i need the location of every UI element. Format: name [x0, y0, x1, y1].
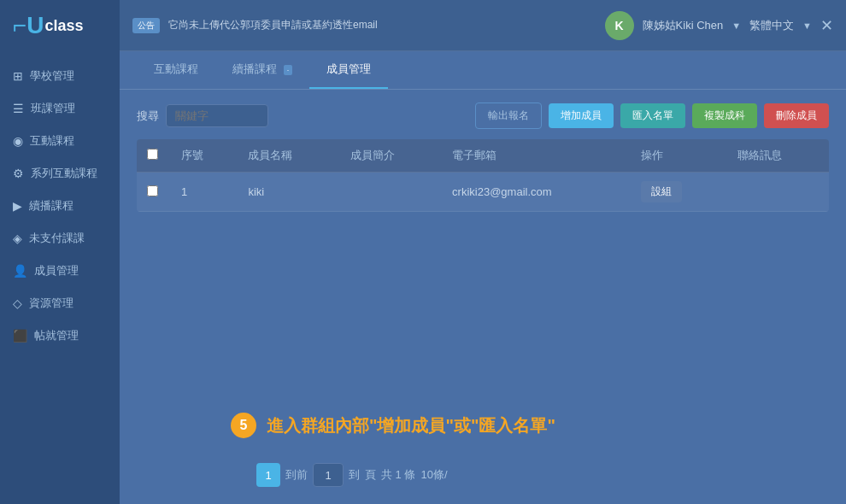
series-icon: ⚙ [13, 167, 24, 180]
sidebar-label-course: 班課管理 [31, 101, 75, 116]
row-intro [340, 173, 442, 212]
member-icon: 👤 [13, 264, 27, 278]
select-all-checkbox[interactable] [147, 149, 158, 160]
page-per-page: 10條/ [420, 467, 447, 483]
chevron-down-icon: ▼ [731, 21, 741, 31]
topbar-right: K 陳姊姑Kiki Chen ▼ 繁體中文 ▼ ✕ [605, 11, 833, 40]
certificate-icon: ⬛ [13, 329, 27, 343]
unpaid-icon: ◈ [13, 231, 22, 245]
search-input[interactable] [166, 104, 268, 127]
topbar-notification: 它尚未上傳代公郭項委員申請或基約透性email [168, 18, 596, 32]
main-content: 公告 它尚未上傳代公郭項委員申請或基約透性email K 陳姊姑Kiki Che… [120, 0, 846, 504]
col-intro: 成員簡介 [340, 139, 442, 173]
sidebar-item-school-mgmt[interactable]: ⊞ 學校管理 [0, 60, 120, 92]
tab-continue[interactable]: 續播課程 · [215, 51, 309, 89]
annotation-text: 進入群組內部"增加成員"或"匯入名單" [267, 414, 555, 437]
sidebar-item-course-mgmt[interactable]: ☰ 班課管理 [0, 92, 120, 125]
sidebar-label-unpaid: 未支付課課 [29, 231, 85, 246]
sidebar-item-unpaid[interactable]: ◈ 未支付課課 [0, 222, 120, 255]
row-email: crkiki23@gmail.com [442, 173, 631, 212]
member-table: 序號 成員名稱 成員簡介 電子郵箱 操作 聯絡訊息 1 kiki [137, 139, 829, 212]
sidebar-label-series: 系列互動課程 [31, 166, 97, 181]
delete-button[interactable]: 刪除成員 [764, 103, 829, 128]
page-go-label: 頁 [365, 467, 376, 483]
logo-class: class [45, 17, 84, 35]
content-area: 搜尋 輸出報名 增加成員 匯入名單 複製成科 刪除成員 序號 成員名稱 [120, 90, 846, 225]
logo-bracket: ⌐U [13, 14, 44, 38]
school-icon: ⊞ [13, 69, 23, 83]
sidebar-label-continue: 續播課程 [29, 198, 73, 214]
sidebar-item-interactive[interactable]: ◉ 互動課程 [0, 125, 120, 157]
table-row: 1 kiki crkiki23@gmail.com 設組 [137, 173, 829, 212]
col-name: 成員名稱 [238, 139, 339, 173]
col-action: 操作 [631, 139, 727, 173]
row-check[interactable] [137, 173, 171, 212]
sidebar-item-resource[interactable]: ◇ 資源管理 [0, 287, 120, 319]
col-contact: 聯絡訊息 [727, 139, 829, 173]
col-check [137, 139, 171, 173]
sidebar-label-member: 成員管理 [34, 263, 79, 278]
sidebar: ⌐U class ⊞ 學校管理 ☰ 班課管理 ◉ 互動課程 ⚙ 系列互動課程 ▶… [0, 0, 120, 504]
sidebar-label-school: 學校管理 [30, 68, 74, 84]
row-action-button[interactable]: 設組 [641, 181, 682, 202]
copy-button[interactable]: 複製成科 [692, 103, 757, 128]
add-member-button[interactable]: 增加成員 [549, 103, 614, 128]
page-next-label[interactable]: 到 [349, 467, 360, 483]
sidebar-label-certificate: 帖就管理 [34, 328, 79, 343]
logo: ⌐U class [0, 0, 120, 51]
topbar: 公告 它尚未上傳代公郭項委員申請或基約透性email K 陳姊姑Kiki Che… [120, 0, 846, 51]
sidebar-item-continue[interactable]: ▶ 續播課程 [0, 190, 120, 222]
sidebar-item-certificate[interactable]: ⬛ 帖就管理 [0, 319, 120, 352]
page-1-button[interactable]: 1 [256, 463, 280, 487]
resource-icon: ◇ [13, 296, 22, 310]
course-icon: ☰ [13, 102, 24, 115]
close-button[interactable]: ✕ [820, 16, 833, 35]
step-circle: 5 [231, 413, 256, 438]
col-email: 電子郵箱 [442, 139, 631, 173]
sidebar-label-interactive: 互動課程 [30, 133, 74, 149]
interactive-icon: ◉ [13, 134, 23, 148]
search-box: 搜尋 [137, 104, 268, 127]
page-input[interactable] [313, 463, 344, 487]
row-action: 設組 [631, 173, 727, 212]
sidebar-label-resource: 資源管理 [29, 296, 73, 311]
tab-interactive[interactable]: 互動課程 [137, 51, 215, 89]
annotation: 5 進入群組內部"增加成員"或"匯入名單" [231, 413, 555, 438]
avatar: K [605, 11, 634, 40]
page-total: 共 1 條 [381, 467, 415, 483]
topbar-badge: 公告 [132, 18, 160, 33]
search-label: 搜尋 [137, 108, 159, 124]
import-button[interactable]: 匯入名單 [620, 103, 685, 128]
lang-selector[interactable]: 繁體中文 [749, 18, 794, 33]
sidebar-item-series[interactable]: ⚙ 系列互動課程 [0, 157, 120, 190]
col-num: 序號 [171, 139, 238, 173]
toolbar: 搜尋 輸出報名 增加成員 匯入名單 複製成科 刪除成員 [137, 103, 829, 129]
pagination: 1 到前 到 頁 共 1 條 10條/ [256, 463, 448, 487]
user-name: 陳姊姑Kiki Chen [643, 18, 724, 33]
lang-chevron-icon: ▼ [802, 21, 812, 31]
continue-icon: ▶ [13, 199, 22, 213]
tabs: 互動課程 續播課程 · 成員管理 [120, 51, 846, 90]
row-checkbox[interactable] [147, 185, 158, 196]
export-button[interactable]: 輸出報名 [475, 103, 542, 129]
sidebar-item-member[interactable]: 👤 成員管理 [0, 255, 120, 287]
row-name: kiki [238, 173, 339, 212]
tab-member[interactable]: 成員管理 [309, 51, 388, 89]
row-num: 1 [171, 173, 238, 212]
row-contact [727, 173, 829, 212]
page-prev-label[interactable]: 到前 [285, 467, 308, 483]
